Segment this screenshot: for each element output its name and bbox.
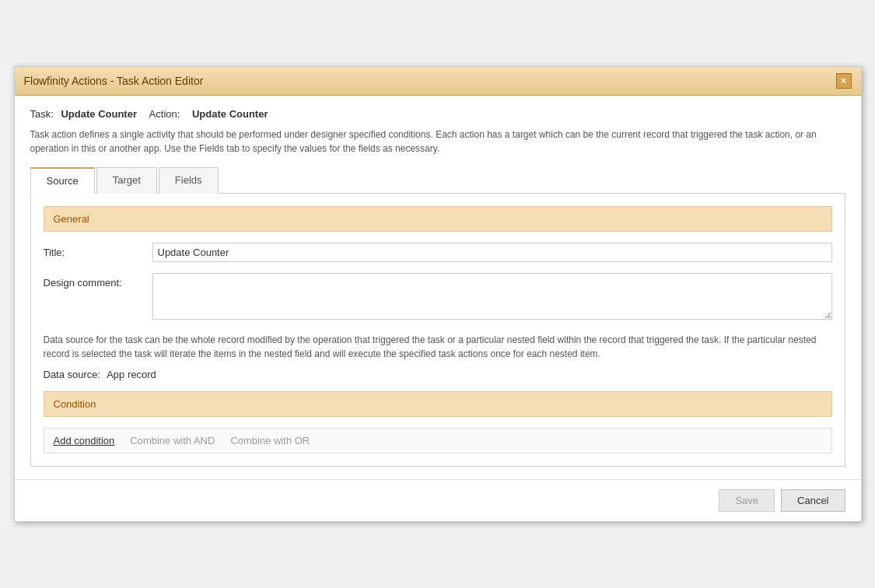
data-source-label: Data source: (44, 369, 101, 380)
combine-or-link: Combine with OR (230, 435, 310, 446)
task-label: Task: (30, 108, 54, 120)
general-section-header: General (44, 206, 832, 232)
task-action-header: Task: Update Counter Action: Update Coun… (30, 108, 845, 120)
tab-target[interactable]: Target (96, 167, 157, 194)
dialog-title: Flowfinity Actions - Task Action Editor (24, 75, 204, 87)
action-value: Update Counter (192, 108, 268, 120)
task-value: Update Counter (61, 108, 137, 120)
action-label: Action: (149, 108, 180, 120)
dialog-titlebar: Flowfinity Actions - Task Action Editor … (15, 67, 861, 96)
design-comment-row: Design comment: (44, 273, 832, 322)
data-source-info: Data source for the task can be the whol… (44, 333, 832, 361)
dialog-footer: Save Cancel (15, 479, 861, 521)
data-source-value: App record (107, 369, 156, 380)
design-comment-label: Design comment: (44, 273, 152, 289)
task-action-editor-dialog: Flowfinity Actions - Task Action Editor … (14, 66, 862, 522)
design-comment-textarea[interactable] (152, 273, 832, 320)
close-button[interactable]: × (836, 73, 852, 89)
title-field-container (152, 243, 832, 262)
description-text: Task action defines a single activity th… (30, 128, 845, 156)
condition-section-header: Condition (44, 391, 832, 417)
tab-fields[interactable]: Fields (159, 167, 219, 194)
title-label: Title: (44, 243, 152, 258)
design-comment-field-container (152, 273, 832, 322)
title-input[interactable] (152, 243, 832, 262)
tab-source[interactable]: Source (30, 167, 95, 194)
tab-content-source: General Title: Design comment: Data sour… (30, 194, 845, 467)
condition-bar: Add condition Combine with AND Combine w… (44, 428, 832, 453)
combine-and-link: Combine with AND (130, 435, 215, 446)
title-row: Title: (44, 243, 832, 262)
tab-bar: Source Target Fields (30, 166, 845, 194)
save-button[interactable]: Save (719, 489, 775, 512)
cancel-button[interactable]: Cancel (781, 489, 845, 512)
dialog-body: Task: Update Counter Action: Update Coun… (15, 96, 861, 479)
add-condition-button[interactable]: Add condition (54, 435, 115, 446)
data-source-row: Data source: App record (44, 369, 832, 380)
